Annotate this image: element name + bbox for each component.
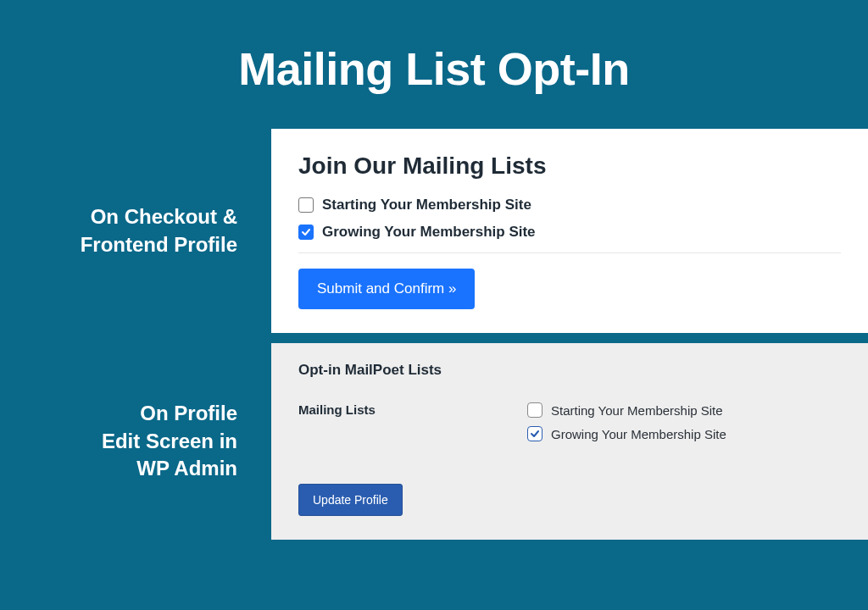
panel-subheading: Opt-in MailPoet Lists	[298, 362, 841, 379]
caption-line: On Profile	[0, 400, 237, 427]
divider	[298, 252, 841, 253]
field-label: Mailing Lists	[298, 402, 493, 417]
section-wpadmin: On Profile Edit Screen in WP Admin Opt-i…	[0, 343, 868, 540]
panel-checkout-frontend: Join Our Mailing Lists Starting Your Mem…	[271, 129, 868, 333]
content-area: On Checkout & Frontend Profile Join Our …	[0, 129, 868, 540]
caption-line: Frontend Profile	[0, 231, 237, 258]
checkbox-unchecked-icon[interactable]	[298, 197, 314, 213]
mailing-lists-field: Mailing Lists Starting Your Membership S…	[298, 402, 841, 450]
checkbox-checked-icon[interactable]	[298, 225, 314, 240]
option-label: Starting Your Membership Site	[322, 197, 531, 214]
option-label: Growing Your Membership Site	[322, 224, 536, 241]
caption-line: WP Admin	[0, 455, 237, 482]
mailing-list-option[interactable]: Starting Your Membership Site	[298, 197, 841, 214]
checkbox-checked-icon[interactable]	[527, 426, 542, 441]
section-caption-checkout: On Checkout & Frontend Profile	[0, 203, 254, 258]
mailing-list-option[interactable]: Growing Your Membership Site	[298, 224, 841, 241]
panel-heading: Join Our Mailing Lists	[298, 152, 841, 180]
caption-line: On Checkout &	[0, 203, 237, 230]
caption-line: Edit Screen in	[0, 428, 237, 455]
mailing-list-option[interactable]: Starting Your Membership Site	[527, 402, 841, 418]
option-label: Starting Your Membership Site	[551, 403, 723, 418]
update-profile-button[interactable]: Update Profile	[298, 484, 403, 516]
panel-wpadmin: Opt-in MailPoet Lists Mailing Lists Star…	[271, 343, 868, 540]
option-label: Growing Your Membership Site	[551, 427, 726, 441]
checkbox-unchecked-icon[interactable]	[527, 402, 542, 418]
field-options: Starting Your Membership Site Growing Yo…	[527, 402, 841, 450]
section-caption-wpadmin: On Profile Edit Screen in WP Admin	[0, 400, 254, 482]
submit-confirm-button[interactable]: Submit and Confirm »	[298, 269, 475, 309]
mailing-list-option[interactable]: Growing Your Membership Site	[527, 426, 841, 441]
section-checkout: On Checkout & Frontend Profile Join Our …	[0, 129, 868, 333]
page-title: Mailing List Opt-In	[0, 0, 868, 129]
